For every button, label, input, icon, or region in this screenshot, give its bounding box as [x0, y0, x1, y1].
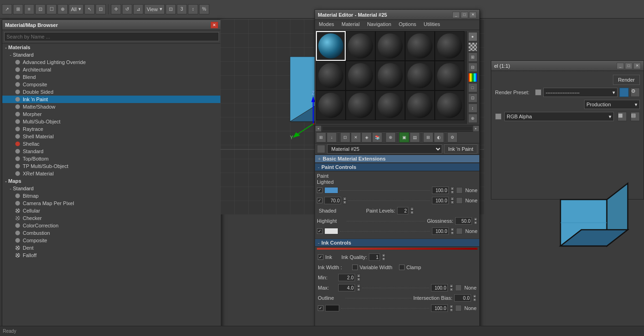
sphere-cell[interactable]	[405, 61, 435, 90]
all-dropdown[interactable]: All▾	[69, 4, 84, 14]
toolbar-btn-scale[interactable]: ⊿	[133, 4, 143, 14]
shaded-checkbox[interactable]	[317, 198, 322, 203]
sphere-cell[interactable]	[346, 61, 375, 90]
spin-up[interactable]: ▲	[357, 284, 361, 288]
spin-up[interactable]: ▲	[451, 227, 454, 231]
spin-up[interactable]: ▲	[343, 197, 347, 200]
spin-up[interactable]: ▲	[357, 274, 361, 278]
shaded-none-btn[interactable]: None	[465, 198, 477, 203]
tool-btn[interactable]: ⊡	[468, 93, 477, 103]
put-to-library-btn[interactable]: 📚	[372, 132, 382, 142]
list-item[interactable]: Multi/Sub-Object	[2, 118, 221, 125]
render-button[interactable]: Render	[613, 75, 640, 85]
lighted-checkbox[interactable]	[317, 187, 322, 193]
toolbar-btn-rotate[interactable]: ↺	[122, 4, 132, 14]
options-btn[interactable]: ⚙	[447, 132, 457, 142]
materials-section[interactable]: Materials	[2, 44, 221, 51]
toolbar-btn-11[interactable]: ↕	[188, 4, 198, 14]
spin-up[interactable]: ▲	[382, 253, 386, 257]
material-effects-btn[interactable]: ⊕	[386, 132, 396, 142]
render-preset-dropdown[interactable]: -------------------- ▾	[543, 88, 618, 97]
lock-icon[interactable]	[456, 228, 463, 234]
lock-icon[interactable]	[455, 284, 462, 291]
reset-material-btn[interactable]: ✕	[351, 132, 361, 142]
spin-down[interactable]: ▼	[450, 288, 453, 291]
sphere-cell-selected[interactable]	[316, 31, 346, 61]
outline-checkbox[interactable]	[318, 305, 323, 311]
rgb-btn-2[interactable]: ▤	[631, 112, 640, 121]
basic-extensions-header[interactable]: + Basic Material Extensions	[315, 155, 479, 163]
sphere-cell[interactable]	[435, 61, 464, 90]
list-item[interactable]: XRef Material	[2, 170, 221, 177]
sphere-cell[interactable]	[375, 90, 405, 120]
spin-up[interactable]: ▲	[451, 197, 454, 200]
eyedropper-icon[interactable]	[317, 145, 325, 153]
list-item[interactable]: Shell Material	[2, 133, 221, 140]
spin-down[interactable]: ▼	[450, 308, 453, 312]
menu-options[interactable]: Options	[395, 20, 420, 30]
tool-checkerboard[interactable]	[468, 42, 477, 52]
sphere-cell[interactable]	[405, 90, 435, 120]
list-item[interactable]: Blend	[2, 73, 221, 81]
spin-up[interactable]: ▲	[474, 217, 477, 221]
sphere-cell[interactable]	[435, 31, 464, 61]
standard-map-section[interactable]: Standard	[2, 185, 221, 192]
spin-down[interactable]: ▼	[451, 231, 454, 235]
toolbar-btn-12[interactable]: %	[199, 4, 209, 14]
backlight-btn[interactable]: ◐	[434, 132, 444, 142]
spin-down[interactable]: ▼	[410, 211, 414, 214]
max-none-btn[interactable]: None	[464, 285, 477, 291]
bias-input[interactable]	[454, 294, 471, 302]
list-item[interactable]: Camera Map Per Pixel	[2, 200, 221, 207]
spin-up[interactable]: ▲	[410, 207, 414, 211]
tool-rainbow[interactable]	[468, 73, 477, 82]
lock-icon[interactable]	[455, 305, 462, 311]
sphere-cell[interactable]	[435, 90, 464, 120]
spin-down[interactable]: ▼	[357, 278, 361, 281]
paint-levels-input[interactable]	[397, 207, 408, 214]
make-unique-btn[interactable]: ◈	[361, 132, 372, 142]
spin-up[interactable]: ▲	[450, 284, 453, 288]
spin-down[interactable]: ▼	[343, 200, 347, 204]
clamp-checkbox[interactable]	[399, 265, 405, 270]
highlight-value-input[interactable]	[432, 227, 449, 235]
minimize-button[interactable]: _	[452, 12, 460, 18]
toolbar-btn-1[interactable]: ↗	[2, 4, 12, 14]
lighted-value-input[interactable]	[432, 187, 449, 194]
toolbar-btn-9[interactable]: ⊡	[166, 4, 176, 14]
toolbar-btn-5[interactable]: ☐	[46, 4, 57, 14]
rgb-btn-1[interactable]: ▦	[618, 112, 627, 121]
lock-icon-2[interactable]	[495, 113, 502, 120]
lighted-none-btn[interactable]: None	[465, 187, 477, 193]
rgb-alpha-dropdown[interactable]: RGB Alpha ▾	[504, 112, 614, 121]
put-material-btn[interactable]: ↓	[327, 132, 337, 142]
material-name-select[interactable]: Material #25	[327, 144, 442, 154]
spin-down[interactable]: ▼	[451, 190, 454, 194]
sphere-cell[interactable]	[316, 61, 346, 90]
list-item[interactable]: Top/Bottom	[2, 155, 221, 162]
maps-section[interactable]: Maps	[2, 177, 221, 185]
spin-down[interactable]: ▼	[451, 200, 454, 204]
render-close-btn[interactable]: ✕	[633, 63, 641, 69]
get-material-btn[interactable]: ⊞	[316, 132, 326, 142]
list-item[interactable]: Raytrace	[2, 125, 221, 133]
menu-utilities[interactable]: Utilities	[420, 20, 444, 30]
spin-down[interactable]: ▼	[473, 298, 477, 302]
checker-item[interactable]: Checker	[2, 214, 221, 222]
background-btn[interactable]: ⊞	[423, 132, 433, 142]
ink-quality-input[interactable]	[369, 253, 380, 261]
list-item[interactable]: Standard	[2, 148, 221, 155]
toolbar-btn-10[interactable]: 3	[177, 4, 187, 14]
shellac-item[interactable]: Shellac	[2, 140, 221, 148]
spin-down[interactable]: ▼	[357, 288, 361, 291]
max-value2-input[interactable]	[431, 284, 448, 291]
close-button[interactable]: ✕	[469, 12, 477, 18]
standard-mat-section[interactable]: Standard	[2, 51, 221, 58]
glossiness-input[interactable]	[455, 217, 472, 225]
list-item[interactable]: Composite	[2, 81, 221, 88]
list-item[interactable]: Architectural	[2, 66, 221, 73]
spin-up[interactable]: ▲	[451, 187, 454, 190]
outline-color-swatch[interactable]	[325, 305, 339, 311]
close-button[interactable]: ✕	[211, 22, 218, 28]
highlight-color-swatch[interactable]	[324, 228, 338, 234]
